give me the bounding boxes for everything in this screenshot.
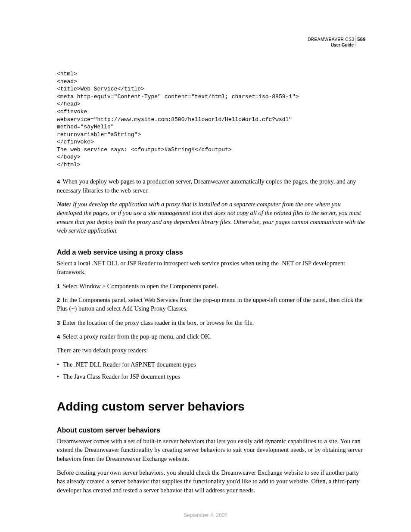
header-divider: [355, 36, 355, 46]
step-number: 2: [57, 297, 60, 303]
list-item: 3Enter the location of the proxy class r…: [57, 318, 366, 327]
list-item: 1Select Window > Components to open the …: [57, 282, 366, 290]
step-4: 4When you deploy web pages to a producti…: [57, 177, 366, 195]
bullet-item: The Java Class Reader for JSP document t…: [57, 372, 366, 381]
step-text: Select Window > Components to open the C…: [62, 283, 218, 289]
bullet-text: The Java Class Reader for JSP document t…: [63, 373, 180, 380]
step-number: 3: [57, 320, 60, 326]
section-heading-proxy: Add a web service using a proxy class: [57, 249, 366, 256]
chapter-heading: Adding custom server behaviors: [57, 400, 366, 414]
step-number: 4: [57, 178, 60, 185]
section-intro: Select a local .NET DLL or JSP Reader to…: [57, 259, 366, 277]
step-number: 4: [57, 333, 60, 340]
body-paragraph: Before creating your own server behavior…: [57, 468, 366, 495]
product-name: DREAMWEAVER CS3: [308, 37, 354, 42]
section-heading-about: About custom server behaviors: [57, 426, 366, 434]
footer-date: September 4, 2007: [0, 512, 411, 518]
list-item: 2In the Components panel, select Web Ser…: [57, 296, 366, 313]
step-text: Enter the location of the proxy class re…: [62, 319, 254, 326]
bullet-text: The .NET DLL Reader for ASP.NET document…: [63, 361, 196, 368]
note-text: If you develop the application with a pr…: [57, 201, 365, 234]
guide-subtitle: User Guide: [57, 42, 366, 48]
note-block: Note: If you develop the application wit…: [57, 200, 366, 235]
step-text: When you deploy web pages to a productio…: [57, 178, 356, 193]
list-item: 4Select a proxy reader from the pop-up m…: [57, 332, 366, 341]
body-paragraph: Dreamweaver comes with a set of built-in…: [57, 437, 366, 463]
tail-text: There are two default proxy readers:: [57, 346, 366, 355]
step-text: Select a proxy reader from the pop-up me…: [62, 333, 211, 340]
note-label: Note:: [57, 201, 71, 208]
page-header: DREAMWEAVER CS3 589 User Guide: [57, 36, 366, 48]
page-number: 589: [357, 37, 366, 42]
step-number: 1: [57, 283, 60, 289]
code-block: <html> <head> <title>Web Service</title>…: [57, 70, 366, 168]
step-text: In the Components panel, select Web Serv…: [57, 296, 363, 312]
bullet-item: The .NET DLL Reader for ASP.NET document…: [57, 360, 366, 369]
